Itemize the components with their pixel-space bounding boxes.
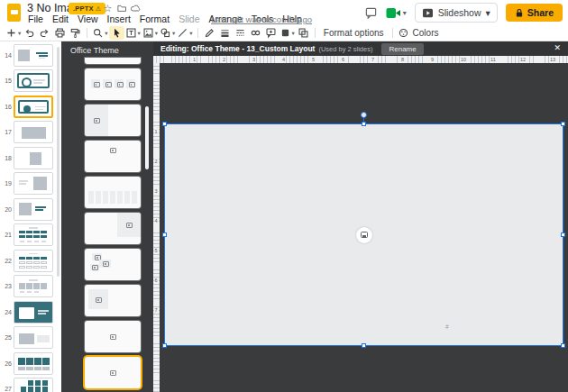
share-button[interactable]: Share (506, 4, 563, 22)
border-weight-button[interactable] (217, 26, 233, 40)
menu-insert[interactable]: Insert (103, 13, 135, 25)
ruler-number: 2 (222, 56, 226, 63)
border-dash-icon (234, 27, 246, 39)
slide-thumbnail-24[interactable]: 24 (0, 300, 61, 324)
resize-handle-ne[interactable] (561, 122, 565, 126)
slide-thumbnail-16[interactable]: 16 (0, 95, 61, 118)
slide-thumbnail-27[interactable]: 27 (0, 378, 61, 392)
resize-handle-nw[interactable] (162, 122, 167, 126)
layout-thumbnail-1[interactable] (85, 68, 141, 100)
layout-thumbnail-8[interactable] (85, 321, 141, 352)
shape-icon (160, 27, 171, 39)
slides-logo-icon[interactable] (7, 4, 21, 22)
slide-thumbnail-17[interactable]: 17 (0, 121, 61, 144)
insert-link-button[interactable] (248, 26, 263, 40)
layout-thumbnail-0[interactable] (85, 58, 141, 64)
new-slide-button[interactable]: ▾ (5, 26, 22, 40)
slide-thumbnail-20[interactable]: 20 (0, 197, 61, 221)
chevron-down-icon: ▾ (105, 30, 107, 37)
slide-thumbnail-22[interactable]: 22 (0, 249, 61, 272)
add-comment-button[interactable] (263, 26, 279, 40)
insert-image-button[interactable]: ▾ (142, 26, 159, 40)
rotation-handle[interactable] (361, 112, 367, 118)
resize-handle-w[interactable] (162, 232, 167, 237)
meet-button[interactable]: ▾ (386, 7, 407, 19)
slide-thumb-preview (14, 326, 53, 349)
select-tool-button[interactable] (109, 26, 124, 40)
slide-thumbnail-15[interactable]: 15 (0, 69, 61, 93)
slide-number-label: 15 (0, 77, 14, 84)
menu-view[interactable]: View (73, 13, 103, 25)
layout-thumbnail-4[interactable] (85, 177, 141, 208)
layout-thumbnail-2[interactable] (85, 105, 141, 136)
slide-thumbnail-21[interactable]: 21 (0, 223, 61, 247)
text-box-icon (125, 27, 137, 39)
menu-slide: Slide (174, 13, 204, 25)
slide-thumb-preview (14, 352, 53, 375)
slide-thumb-preview (14, 378, 53, 392)
redo-button[interactable] (37, 26, 52, 40)
editing-title: Editing: Office Theme - 13_Custom Layout (160, 44, 315, 53)
zoom-button[interactable]: ▾ (91, 26, 108, 40)
canvas-area: Editing: Office Theme - 13_Custom Layout… (153, 41, 568, 392)
slide-thumb-preview (14, 69, 53, 92)
chevron-down-icon: ▾ (292, 30, 295, 37)
chevron-down-icon[interactable]: ▾ (486, 7, 490, 18)
print-button[interactable] (52, 26, 68, 40)
ruler-number: 6 (341, 56, 345, 63)
colors-button[interactable]: Colors (397, 26, 444, 40)
ruler-number: 9 (430, 56, 435, 63)
insert-shape-button[interactable]: ▾ (159, 26, 176, 40)
border-color-button[interactable] (202, 26, 217, 40)
menu-file[interactable]: File (23, 13, 48, 25)
slide-thumbnail-25[interactable]: 25 (0, 326, 61, 350)
rename-button[interactable]: Rename (381, 43, 423, 55)
paint-format-button[interactable] (68, 26, 83, 40)
menu-edit[interactable]: Edit (48, 13, 73, 25)
layout-thumbnail-5[interactable] (85, 213, 141, 244)
toolbar-separator (87, 28, 87, 38)
close-icon[interactable]: ✕ (554, 43, 561, 52)
replace-image-button[interactable] (296, 26, 311, 40)
last-edit-link[interactable]: Last edit was seconds ago (211, 14, 312, 24)
layouts-scrollbar[interactable] (145, 106, 149, 169)
slideshow-button[interactable]: Slideshow ▾ (415, 3, 498, 23)
insert-image-placeholder-button[interactable] (356, 227, 372, 243)
insert-line-button[interactable]: ▾ (176, 26, 193, 40)
slide-thumbnail-18[interactable]: 18 (0, 146, 61, 169)
border-dash-button[interactable] (233, 26, 248, 40)
image-icon (361, 232, 368, 238)
undo-button[interactable] (22, 26, 37, 40)
slide-number-label: 21 (0, 232, 14, 238)
layout-thumbnail-9-selected[interactable] (85, 357, 141, 388)
slide-thumbnail-23[interactable]: 23 (0, 275, 61, 298)
layout-thumbnail-3[interactable] (85, 141, 141, 172)
slide-thumb-preview (14, 198, 53, 221)
editing-header: Editing: Office Theme - 13_Custom Layout… (153, 41, 568, 56)
resize-handle-se[interactable] (561, 343, 565, 348)
resize-handle-s[interactable] (362, 343, 366, 348)
format-options-button[interactable]: Format options (319, 26, 389, 40)
text-box-button[interactable]: ▾ (124, 26, 142, 40)
layouts-list (61, 58, 153, 388)
selected-image-placeholder[interactable]: # (164, 123, 563, 346)
resize-handle-sw[interactable] (162, 343, 167, 348)
ruler-number: 1 (192, 56, 197, 63)
slide-thumbnail-19[interactable]: 19 (0, 172, 61, 196)
pen-icon (204, 27, 215, 39)
layout-thumbnail-6[interactable] (85, 249, 141, 280)
toolbar-separator (392, 28, 393, 38)
slide-thumbnail-14[interactable]: 14 (0, 43, 61, 67)
vertical-ruler: 1234567 (153, 63, 160, 392)
filmstrip-scrollbar[interactable] (57, 47, 60, 277)
layout-usage-label: (Used by 2 slides) (318, 45, 372, 53)
top-bar-right: ▾ Slideshow ▾ Share (364, 2, 563, 23)
comments-icon[interactable] (364, 6, 378, 20)
slide-filmstrip: 1415161718192021222324252627 (0, 41, 61, 392)
ruler-number: 11 (490, 56, 497, 63)
layout-thumbnail-7[interactable] (85, 285, 141, 316)
mask-image-button[interactable]: ▾ (279, 26, 296, 40)
menu-format[interactable]: Format (135, 13, 174, 25)
slide-thumbnail-26[interactable]: 26 (0, 351, 61, 375)
resize-handle-e[interactable] (561, 232, 565, 237)
